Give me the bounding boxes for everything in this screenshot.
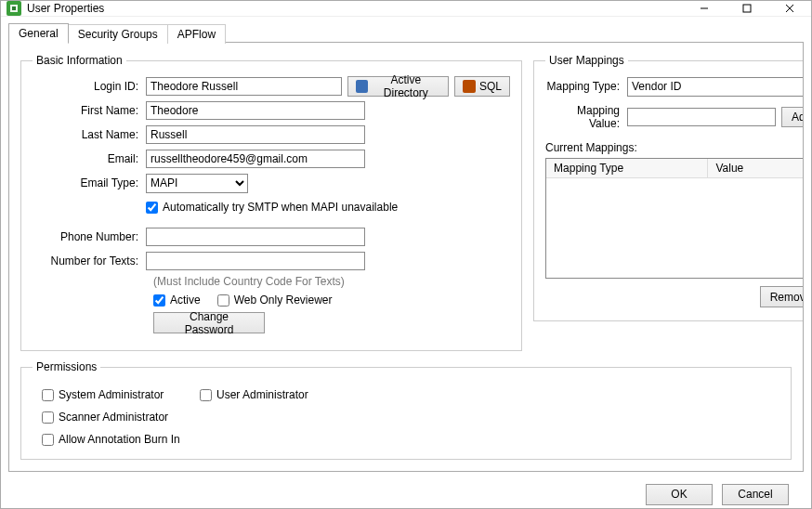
scanner-administrator-checkbox-input[interactable] — [42, 411, 54, 424]
login-id-label: Login ID: — [33, 80, 146, 93]
scanner-administrator-label: Scanner Administrator — [59, 411, 168, 424]
active-label: Active — [170, 294, 201, 307]
allow-annotation-burn-in-checkbox-input[interactable] — [42, 434, 54, 446]
web-only-reviewer-checkbox[interactable]: Web Only Reviewer — [217, 294, 333, 307]
phone-number-input[interactable] — [146, 228, 365, 246]
system-administrator-label: System Administrator — [59, 388, 164, 401]
mapping-value-label: Mapping Value: — [545, 104, 627, 130]
minimize-button[interactable] — [683, 1, 726, 16]
tab-panel-general: Basic Information Login ID: Active Direc… — [8, 42, 804, 472]
web-only-reviewer-checkbox-input[interactable] — [217, 294, 229, 307]
texts-number-label: Number for Texts: — [33, 254, 146, 268]
allow-annotation-burn-in-checkbox[interactable]: Allow Annotation Burn In — [42, 433, 190, 446]
active-checkbox-input[interactable] — [153, 294, 165, 307]
email-type-select[interactable]: MAPI — [146, 174, 248, 193]
active-checkbox[interactable]: Active — [153, 294, 201, 307]
auto-smtp-checkbox-input[interactable] — [146, 202, 158, 214]
cancel-button[interactable]: Cancel — [722, 484, 789, 505]
user-administrator-label: User Administrator — [216, 388, 308, 401]
app-icon — [7, 1, 21, 16]
tabstrip: General Security Groups APFlow — [8, 22, 804, 43]
mappings-table-header: Mapping Type Value — [546, 159, 804, 178]
mapping-add-button[interactable]: Add — [781, 107, 804, 127]
email-input[interactable] — [146, 150, 365, 168]
mapping-add-label: Add — [792, 111, 804, 124]
user-administrator-checkbox-input[interactable] — [200, 389, 212, 401]
sql-icon — [463, 80, 476, 93]
last-name-label: Last Name: — [33, 128, 146, 141]
user-mappings-legend: User Mappings — [545, 54, 628, 67]
window-title: User Properties — [27, 2, 104, 15]
mapping-remove-label: Remove — [770, 291, 804, 304]
active-directory-button-label: Active Directory — [372, 73, 440, 99]
sql-button-label: SQL — [479, 80, 502, 93]
login-id-input[interactable] — [146, 77, 342, 96]
current-mappings-table[interactable]: Mapping Type Value — [545, 158, 804, 279]
ok-button-label: OK — [671, 488, 687, 501]
permissions-group: Permissions System Administrator User Ad… — [20, 360, 792, 460]
svg-rect-1 — [12, 7, 16, 10]
tab-security-groups[interactable]: Security Groups — [68, 24, 168, 44]
client-area: General Security Groups APFlow Basic Inf… — [1, 17, 811, 509]
sql-button[interactable]: SQL — [454, 76, 510, 97]
active-directory-button[interactable]: Active Directory — [347, 76, 449, 97]
user-administrator-checkbox[interactable]: User Administrator — [200, 388, 386, 401]
mapping-type-select[interactable]: Vendor ID — [627, 77, 804, 97]
window-controls — [683, 1, 811, 16]
first-name-label: First Name: — [33, 104, 146, 117]
svg-rect-3 — [743, 5, 751, 12]
window: User Properties General Security Groups … — [0, 0, 812, 509]
first-name-input[interactable] — [146, 101, 365, 120]
close-button[interactable] — [768, 1, 811, 16]
mappings-col-value[interactable]: Value — [708, 159, 804, 177]
basic-information-legend: Basic Information — [33, 54, 126, 67]
mappings-col-type[interactable]: Mapping Type — [546, 159, 708, 177]
ok-button[interactable]: OK — [646, 484, 713, 505]
active-directory-icon — [356, 80, 367, 93]
maximize-button[interactable] — [726, 1, 768, 16]
mapping-type-label: Mapping Type: — [545, 80, 627, 93]
mapping-value-input[interactable] — [627, 108, 776, 126]
permissions-legend: Permissions — [33, 360, 100, 373]
change-password-label: Change Password — [164, 310, 255, 336]
change-password-button[interactable]: Change Password — [153, 312, 265, 333]
cancel-button-label: Cancel — [738, 488, 772, 501]
texts-number-input[interactable] — [146, 252, 365, 270]
mapping-remove-button[interactable]: Remove — [760, 286, 804, 307]
system-administrator-checkbox[interactable]: System Administrator — [42, 388, 190, 401]
basic-information-group: Basic Information Login ID: Active Direc… — [20, 54, 522, 351]
auto-smtp-label: Automatically try SMTP when MAPI unavail… — [163, 201, 398, 214]
allow-annotation-burn-in-label: Allow Annotation Burn In — [59, 433, 180, 446]
web-only-label: Web Only Reviewer — [234, 294, 333, 307]
scanner-administrator-checkbox[interactable]: Scanner Administrator — [42, 411, 190, 424]
current-mappings-label: Current Mappings: — [545, 141, 804, 154]
email-type-label: Email Type: — [33, 176, 146, 189]
dialog-footer: OK Cancel — [8, 472, 804, 509]
user-mappings-group: User Mappings Mapping Type: Vendor ID Ma… — [533, 54, 804, 321]
tab-apflow[interactable]: APFlow — [167, 24, 226, 44]
system-administrator-checkbox-input[interactable] — [42, 389, 54, 401]
auto-smtp-checkbox[interactable]: Automatically try SMTP when MAPI unavail… — [146, 201, 398, 214]
texts-country-code-hint: (Must Include Country Code For Texts) — [153, 275, 510, 288]
titlebar: User Properties — [1, 1, 811, 17]
tab-general[interactable]: General — [8, 23, 69, 43]
email-label: Email: — [33, 152, 146, 165]
last-name-input[interactable] — [146, 125, 365, 144]
phone-number-label: Phone Number: — [33, 230, 146, 243]
